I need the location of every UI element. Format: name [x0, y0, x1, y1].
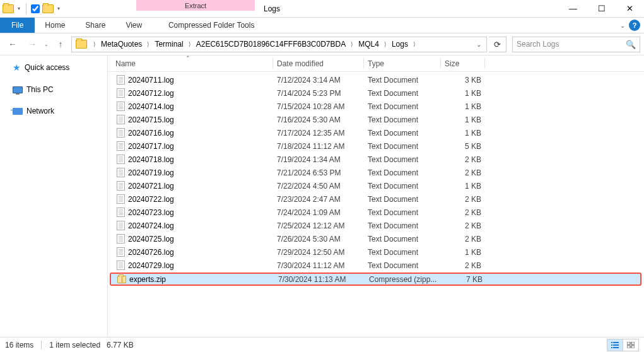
column-header-date[interactable]: Date modified	[273, 56, 364, 71]
breadcrumb-separator[interactable]: ⟩	[411, 41, 418, 47]
file-row[interactable]: 20240719.log7/21/2024 6:53 PMText Docume…	[108, 166, 644, 179]
window-controls: — ☐ ✕	[559, 0, 644, 17]
file-date: 7/29/2024 12:50 AM	[273, 248, 364, 257]
file-row[interactable]: 20240726.log7/29/2024 12:50 AMText Docum…	[108, 245, 644, 259]
file-date: 7/14/2024 5:23 PM	[273, 89, 364, 98]
file-tab[interactable]: File	[0, 18, 35, 33]
file-type: Text Document	[364, 115, 441, 124]
maximize-button[interactable]: ☐	[587, 0, 616, 17]
svg-rect-9	[631, 346, 635, 348]
view-details-button[interactable]	[607, 339, 623, 351]
column-header-type[interactable]: Type	[364, 56, 441, 71]
tab-home[interactable]: Home	[35, 18, 75, 33]
minimize-button[interactable]: —	[559, 0, 587, 17]
text-file-icon	[115, 261, 126, 271]
file-type: Text Document	[364, 208, 441, 217]
file-row[interactable]: 20240721.log7/22/2024 4:50 AMText Docume…	[108, 179, 644, 192]
up-button[interactable]: ↑	[52, 36, 69, 52]
breadcrumb-item[interactable]: Logs	[389, 37, 411, 52]
contextual-tab-header: Extract	[136, 0, 255, 17]
file-type: Text Document	[364, 261, 441, 270]
file-date: 7/16/2024 5:30 AM	[273, 115, 364, 124]
file-size: 1 KB	[441, 115, 485, 124]
svg-rect-6	[627, 342, 630, 344]
status-selected-count: 1 item selected	[49, 341, 100, 349]
file-size: 1 KB	[441, 102, 485, 111]
file-row[interactable]: 20240724.log7/25/2024 12:12 AMText Docum…	[108, 219, 644, 232]
file-row[interactable]: 20240717.log7/18/2024 11:12 AMText Docum…	[108, 139, 644, 153]
qat-new-folder-icon[interactable]	[42, 4, 54, 13]
search-input[interactable]	[517, 40, 626, 49]
breadcrumb-separator[interactable]: ⟩	[348, 41, 356, 47]
file-row[interactable]: 20240715.log7/16/2024 5:30 AMText Docume…	[108, 113, 644, 126]
zip-file-icon	[117, 274, 127, 285]
text-file-icon	[115, 128, 126, 138]
file-row[interactable]: 20240716.log7/17/2024 12:35 AMText Docum…	[108, 126, 644, 139]
file-row[interactable]: 20240712.log7/14/2024 5:23 PMText Docume…	[108, 86, 644, 100]
text-file-icon	[115, 155, 126, 165]
file-row[interactable]: experts.zip7/30/2024 11:13 AMCompressed …	[110, 273, 641, 286]
breadcrumb-separator[interactable]: ⟩	[186, 41, 194, 47]
breadcrumb[interactable]: ⟩ MetaQuotes ⟩ Terminal ⟩ A2EC615CD7B018…	[71, 37, 487, 52]
nav-label: Network	[26, 107, 54, 115]
nav-this-pc[interactable]: This PC	[0, 83, 107, 96]
file-size: 2 KB	[441, 208, 485, 217]
breadcrumb-item[interactable]: A2EC615CD7B01896C14FFF6B3C0D7BDA	[194, 37, 348, 52]
file-row[interactable]: 20240729.log7/30/2024 11:12 AMText Docum…	[108, 259, 644, 272]
tab-view[interactable]: View	[115, 18, 152, 33]
nav-bar: ← → ⌄ ↑ ⟩ MetaQuotes ⟩ Terminal ⟩ A2EC61…	[0, 33, 644, 55]
breadcrumb-root-icon[interactable]	[73, 37, 90, 52]
file-date: 7/19/2024 1:34 AM	[273, 155, 364, 164]
file-row[interactable]: 20240723.log7/24/2024 1:09 AMText Docume…	[108, 206, 644, 219]
view-thumbnails-button[interactable]	[623, 339, 638, 351]
file-size: 2 KB	[441, 261, 485, 270]
file-size: 2 KB	[441, 235, 485, 243]
breadcrumb-dropdown[interactable]: ⌄	[472, 41, 485, 48]
breadcrumb-separator[interactable]: ⟩	[91, 41, 98, 47]
text-file-icon	[115, 221, 126, 231]
file-row[interactable]: 20240718.log7/19/2024 1:34 AMText Docume…	[108, 153, 644, 166]
file-date: 7/30/2024 11:13 AM	[274, 275, 365, 284]
help-icon[interactable]: ?	[629, 20, 640, 31]
column-header-size[interactable]: Size	[441, 56, 485, 71]
refresh-button[interactable]: ⟳	[489, 37, 506, 52]
app-icon[interactable]	[3, 4, 14, 13]
breadcrumb-separator[interactable]: ⟩	[382, 41, 389, 47]
qat-app-dropdown[interactable]: ▾	[16, 6, 21, 11]
breadcrumb-item[interactable]: MQL4	[356, 37, 382, 52]
qat-customize-dropdown[interactable]: ▾	[56, 6, 61, 11]
file-row[interactable]: 20240714.log7/15/2024 10:28 AMText Docum…	[108, 100, 644, 113]
tab-share[interactable]: Share	[75, 18, 115, 33]
svg-rect-5	[613, 347, 619, 348]
svg-rect-0	[611, 342, 612, 343]
tab-compressed-folder-tools[interactable]: Compressed Folder Tools	[152, 18, 271, 33]
file-type: Text Document	[364, 235, 441, 243]
file-type: Text Document	[364, 102, 441, 111]
nav-quick-access[interactable]: ★ Quick access	[0, 61, 107, 74]
file-size: 3 KB	[441, 76, 485, 85]
file-date: 7/25/2024 12:12 AM	[273, 221, 364, 230]
breadcrumb-item[interactable]: MetaQuotes	[98, 37, 144, 52]
breadcrumb-separator[interactable]: ⟩	[144, 41, 152, 47]
back-button[interactable]: ←	[4, 36, 21, 52]
ribbon-expand-icon[interactable]: ⌄	[620, 22, 625, 29]
ribbon-tabs: File Home Share View Compressed Folder T…	[0, 18, 644, 33]
recent-locations-dropdown[interactable]: ⌄	[43, 42, 50, 47]
nav-network[interactable]: Network	[0, 105, 107, 117]
forward-button[interactable]: →	[23, 36, 41, 52]
text-file-icon	[115, 102, 126, 112]
search-icon[interactable]: 🔍	[626, 40, 636, 49]
search-box[interactable]: 🔍	[512, 37, 640, 52]
file-row[interactable]: 20240711.log7/12/2024 3:14 AMText Docume…	[108, 73, 644, 86]
breadcrumb-item[interactable]: Terminal	[152, 37, 185, 52]
column-header-name[interactable]: Name⌃	[112, 56, 273, 71]
close-button[interactable]: ✕	[616, 0, 644, 17]
file-list[interactable]: 20240711.log7/12/2024 3:14 AMText Docume…	[108, 72, 644, 337]
file-row[interactable]: 20240725.log7/26/2024 5:30 AMText Docume…	[108, 232, 644, 245]
divider	[26, 3, 26, 15]
file-type: Text Document	[364, 76, 441, 85]
file-size: 7 KB	[442, 275, 486, 284]
file-row[interactable]: 20240722.log7/23/2024 2:47 AMText Docume…	[108, 192, 644, 206]
qat-properties-checkbox[interactable]	[31, 4, 40, 13]
file-type: Text Document	[364, 168, 441, 177]
